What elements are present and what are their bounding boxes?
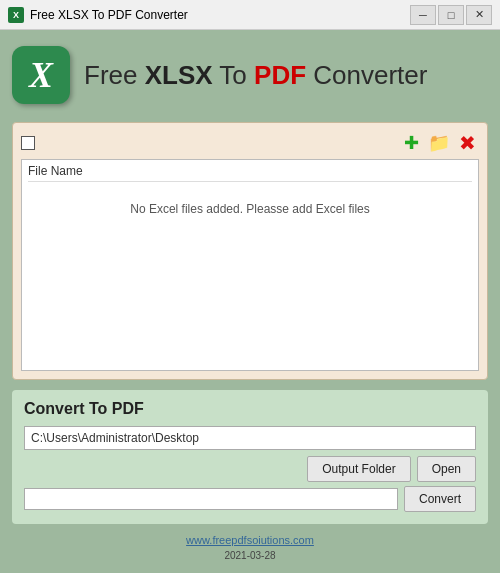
file-list-header: File Name <box>28 164 472 182</box>
title-pdf: PDF <box>254 60 306 90</box>
title-bar: X Free XLSX To PDF Converter ─ □ ✕ <box>0 0 500 30</box>
footer-date: 2021-03-28 <box>12 550 488 561</box>
progress-bar <box>24 488 398 510</box>
logo-x-icon: X <box>29 54 53 96</box>
open-button[interactable]: Open <box>417 456 476 482</box>
title-bar-controls: ─ □ ✕ <box>410 5 492 25</box>
convert-section-title: Convert To PDF <box>24 400 476 418</box>
app-title: Free XLSX To PDF Converter <box>84 60 427 91</box>
maximize-button[interactable]: □ <box>438 5 464 25</box>
title-bar-text: Free XLSX To PDF Converter <box>30 8 410 22</box>
app-logo: X <box>12 46 70 104</box>
file-list-empty-message: No Excel files added. Pleasse add Excel … <box>28 202 472 216</box>
title-xlsx: XLSX <box>145 60 213 90</box>
minimize-button[interactable]: ─ <box>410 5 436 25</box>
main-window: X Free XLSX To PDF Converter ✚ 📁 ✖ File … <box>0 30 500 573</box>
add-folder-button[interactable]: 📁 <box>427 131 451 155</box>
title-free: Free <box>84 60 145 90</box>
output-path-row <box>24 426 476 450</box>
output-path-input[interactable] <box>24 426 476 450</box>
file-panel: ✚ 📁 ✖ File Name No Excel files added. Pl… <box>12 122 488 380</box>
add-file-button[interactable]: ✚ <box>399 131 423 155</box>
select-all-checkbox[interactable] <box>21 136 35 150</box>
close-button[interactable]: ✕ <box>466 5 492 25</box>
convert-row: Convert <box>24 486 476 512</box>
file-list-area: File Name No Excel files added. Pleasse … <box>21 159 479 371</box>
title-converter: Converter <box>306 60 427 90</box>
remove-file-button[interactable]: ✖ <box>455 131 479 155</box>
title-bar-icon: X <box>8 7 24 23</box>
convert-button[interactable]: Convert <box>404 486 476 512</box>
convert-section: Convert To PDF Output Folder Open Conver… <box>12 390 488 524</box>
output-folder-open-row: Output Folder Open <box>24 456 476 482</box>
footer-website[interactable]: www.freepdfsoiutions.com <box>12 530 488 548</box>
output-folder-button[interactable]: Output Folder <box>307 456 410 482</box>
title-to: To <box>213 60 254 90</box>
file-panel-toolbar: ✚ 📁 ✖ <box>21 131 479 155</box>
app-header: X Free XLSX To PDF Converter <box>12 42 488 108</box>
